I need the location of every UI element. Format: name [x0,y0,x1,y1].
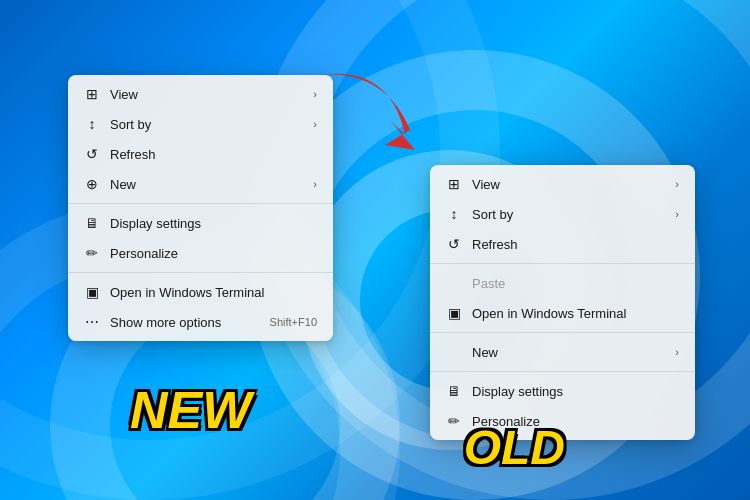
menu-item-refresh[interactable]: ↺Refresh [430,229,695,259]
menu-icon-personalize: ✏ [446,413,462,429]
menu-label-view: View [472,177,500,192]
menu-separator [68,272,333,273]
menu-icon-refresh: ↺ [446,236,462,252]
menu-item-personalize[interactable]: ✏Personalize [68,238,333,268]
menu-item-new[interactable]: New› [430,337,695,367]
menu-item-display_settings[interactable]: 🖥Display settings [68,208,333,238]
menu-separator [430,371,695,372]
menu-shortcut-more_options: Shift+F10 [270,316,317,328]
menu-label-terminal: Open in Windows Terminal [472,306,626,321]
menu-item-view[interactable]: ⊞View› [430,169,695,199]
menu-icon-terminal: ▣ [446,305,462,321]
menu-icon-view: ⊞ [446,176,462,192]
menu-item-sort_by[interactable]: ↕Sort by› [430,199,695,229]
menu-item-sort_by[interactable]: ↕Sort by› [68,109,333,139]
menu-icon-display_settings: 🖥 [446,383,462,399]
menu-separator [68,203,333,204]
arrow-indicator [310,55,430,165]
menu-separator [430,263,695,264]
menu-label-more_options: Show more options [110,315,221,330]
menu-label-new: New [472,345,498,360]
menu-icon-display_settings: 🖥 [84,215,100,231]
menu-label-terminal: Open in Windows Terminal [110,285,264,300]
menu-icon-view: ⊞ [84,86,100,102]
label-old: OLD [464,420,565,475]
menu-icon-personalize: ✏ [84,245,100,261]
menu-icon-spacer [446,344,462,360]
menu-item-paste: Paste [430,268,695,298]
menu-label-paste: Paste [472,276,505,291]
menu-item-more_options[interactable]: ⋯Show more optionsShift+F10 [68,307,333,337]
menu-item-display_settings[interactable]: 🖥Display settings [430,376,695,406]
menu-icon-sort_by: ↕ [84,116,100,132]
menu-label-personalize: Personalize [110,246,178,261]
menu-icon-refresh: ↺ [84,146,100,162]
menu-label-sort_by: Sort by [472,207,513,222]
menu-label-view: View [110,87,138,102]
menu-icon-sort_by: ↕ [446,206,462,222]
menu-label-refresh: Refresh [110,147,156,162]
menu-label-refresh: Refresh [472,237,518,252]
menu-icon-spacer [446,275,462,291]
menu-label-display_settings: Display settings [110,216,201,231]
menu-item-terminal[interactable]: ▣Open in Windows Terminal [430,298,695,328]
menu-item-refresh[interactable]: ↺Refresh [68,139,333,169]
menu-label-sort_by: Sort by [110,117,151,132]
menu-arrow-view: › [675,178,679,190]
menu-icon-terminal: ▣ [84,284,100,300]
menu-icon-new: ⊕ [84,176,100,192]
menu-arrow-new: › [313,178,317,190]
menu-separator [430,332,695,333]
menu-item-view[interactable]: ⊞View› [68,79,333,109]
menu-icon-more_options: ⋯ [84,314,100,330]
context-menu-new: ⊞View›↕Sort by›↺Refresh⊕New›🖥Display set… [68,75,333,341]
label-new: NEW [130,380,251,440]
context-menu-old: ⊞View›↕Sort by›↺RefreshPaste▣Open in Win… [430,165,695,440]
menu-label-new: New [110,177,136,192]
menu-item-terminal[interactable]: ▣Open in Windows Terminal [68,277,333,307]
menu-arrow-sort_by: › [675,208,679,220]
menu-arrow-new: › [675,346,679,358]
menu-item-new[interactable]: ⊕New› [68,169,333,199]
menu-label-display_settings: Display settings [472,384,563,399]
